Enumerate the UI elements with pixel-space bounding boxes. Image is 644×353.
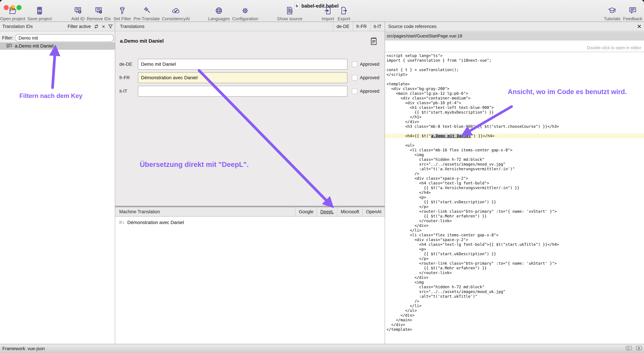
code-line: <h3 class="mb-8 text-blue-900">{{ $t("st… — [386, 124, 644, 129]
babeledit-window: b babel-edit.babel Open projectSave proj… — [0, 0, 644, 353]
code-line: </div> — [386, 119, 644, 124]
code-line: <p> — [386, 195, 644, 200]
globe-icon — [214, 6, 224, 16]
close-panel-icon[interactable]: ✕ — [637, 24, 642, 29]
toolbar-button-add-id[interactable]: Add ID — [71, 6, 85, 22]
status-bar: Framework: vue-json — [0, 344, 644, 353]
machine-translation-splitter[interactable] — [115, 206, 385, 207]
status-bar-icons — [626, 345, 643, 352]
approved-control: Approved — [352, 59, 380, 70]
machine-translation-title: Machine Translation — [119, 209, 160, 214]
toolbar-button-remove-ids[interactable]: Remove IDs — [86, 6, 111, 22]
open-in-editor-hint: Double-click to open in editor — [385, 44, 644, 52]
code-line: <ul> — [386, 143, 644, 148]
rate-app-icon[interactable] — [636, 345, 643, 352]
code-line: const { t } = useTranslation(); — [386, 68, 644, 72]
deepl-annotation-text: Übersetzung direkt mit "DeepL". — [140, 160, 249, 169]
provider-tab-deepl[interactable]: DeepL — [317, 207, 337, 216]
translations-body: a.Demo mit Daniel de-DEApprovedfr-FRAppr… — [115, 32, 385, 206]
notes-icon[interactable] — [370, 37, 378, 46]
toolbar-button-import[interactable]: Import — [322, 6, 334, 22]
mt-shortcut: ⌘1 — [119, 220, 124, 225]
refresh-icon[interactable] — [94, 24, 99, 29]
code-divider — [385, 52, 644, 52]
approved-control: Approved — [352, 86, 380, 97]
code-line: <script setup lang="ts"> — [386, 53, 644, 58]
comment-minus-icon — [94, 6, 104, 16]
approved-checkbox[interactable] — [352, 88, 358, 94]
export-arrow-icon — [339, 6, 349, 16]
left-splitter[interactable] — [115, 22, 115, 344]
translations-panel: Translations de-DEfr-FRit-IT a.Demo mit … — [115, 22, 385, 344]
toolbar-button-open-project[interactable]: Open project — [0, 6, 25, 22]
translation-input-fr-fr[interactable] — [138, 72, 348, 83]
translation-input-it-it[interactable] — [138, 86, 348, 97]
speech-bubble-icon — [628, 6, 638, 16]
code-line: <img — [386, 280, 644, 284]
code-line: </h4> — [386, 190, 644, 195]
right-splitter[interactable] — [385, 22, 385, 344]
toolbar-button-show-source[interactable]: Show source — [277, 6, 302, 22]
filter-active-label: Filter active — [68, 24, 91, 29]
code-line: class="hidden h-72 md:block" — [386, 157, 644, 162]
filter-input[interactable] — [15, 34, 114, 42]
translation-id-item[interactable]: a.Demo mit Daniel — [0, 42, 115, 50]
mt-suggestion-row[interactable]: ⌘1 Démonstration avec Daniel — [115, 219, 385, 226]
approved-checkbox[interactable] — [352, 75, 358, 81]
open-folder-icon — [8, 6, 18, 16]
approved-checkbox[interactable] — [352, 61, 358, 67]
code-line: <h4>{{ $t("a.Demo mit Daniel") }}</h4> — [385, 134, 644, 138]
language-tab-it-it[interactable]: it-IT — [370, 22, 385, 31]
toolbar-button-consistencyai[interactable]: ConsistencyAI — [162, 6, 190, 22]
language-label: it-IT — [120, 86, 136, 97]
toolbar-button-export[interactable]: Export — [338, 6, 350, 22]
provider-tab-google[interactable]: Google — [295, 207, 317, 216]
code-line: src="../../assets/images/mood_uk.jpg" — [386, 289, 644, 294]
provider-tab-microsoft[interactable]: Microsoft — [337, 207, 362, 216]
source-code-view[interactable]: <script setup lang="ts">import { useTran… — [385, 52, 644, 344]
toolbar-button-pre-translate[interactable]: Pre-Translate — [134, 6, 160, 22]
toolbar-button-feedback[interactable]: Feedback — [623, 6, 642, 22]
source-references-title: Source code references — [388, 24, 436, 29]
translation-ids-header: Translation IDs Filter active × — [0, 22, 115, 31]
code-line: {{ $t("a.Mehr erfahren") }} — [386, 266, 644, 270]
mt-suggestion-text: Démonstration avec Daniel — [127, 220, 184, 225]
translation-key-title: a.Demo mit Daniel — [120, 38, 164, 44]
toolbar-button-languages[interactable]: Languages — [208, 6, 230, 22]
toolbar-button-save-project[interactable]: Save project — [28, 6, 52, 22]
code-line: <router-link class="btn-primary" :to="{ … — [386, 261, 644, 266]
code-line: <h1 class="text-left text-blue-900"> — [386, 105, 644, 110]
language-label: de-DE — [120, 59, 136, 70]
toolbar-button-configuration[interactable]: Configuration — [232, 6, 258, 22]
toolbar-button-set-filter[interactable]: Set Filter — [114, 6, 131, 22]
code-line: src="../../assets/images/mood_vv.jpg" — [386, 162, 644, 167]
code-line: <div class="pb-10 pt-4"> — [386, 101, 644, 105]
document-eye-icon — [285, 6, 294, 16]
filter-label: Filter: — [2, 36, 14, 41]
comment-bubble-icon — [6, 43, 12, 49]
code-line: </router-link> — [386, 270, 644, 275]
clear-filter-icon[interactable]: × — [102, 24, 105, 30]
filter-funnel-icon[interactable] — [108, 24, 113, 29]
code-line: </h1> — [386, 115, 644, 119]
translations-title: Translations — [120, 24, 144, 29]
code-line: {{ $t("start.myvbvDescription") }} — [386, 110, 644, 115]
release-notes-icon[interactable] — [626, 345, 632, 352]
toolbar-button-tutorials[interactable]: Tutorials — [604, 6, 620, 22]
source-references-header: Source code references ✕ — [385, 22, 644, 31]
highlighted-translation-key: a.Demo mit Daniel — [431, 134, 471, 138]
framework-label: Framework: vue-json — [2, 346, 45, 351]
save-disk-icon — [35, 6, 44, 16]
language-tab-fr-fr[interactable]: fr-FR — [353, 22, 370, 31]
code-line: </main> — [386, 317, 644, 322]
approved-control: Approved — [352, 72, 380, 83]
language-label: fr-FR — [120, 72, 136, 83]
provider-tab-openai[interactable]: OpenAI — [362, 207, 385, 216]
approved-label: Approved — [360, 75, 380, 80]
source-reference-path: src/pages/start/GuestStartPage.vue:18 — [387, 33, 462, 39]
machine-translation-header: Machine Translation GoogleDeepLMicrosoft… — [115, 207, 385, 217]
code-line: {{ $t("start.ukDescription") }} — [386, 251, 644, 256]
translation-input-de-de[interactable] — [138, 59, 348, 70]
source-reference-row[interactable]: src/pages/start/GuestStartPage.vue:18 — [385, 32, 644, 41]
language-tab-de-de[interactable]: de-DE — [333, 22, 353, 31]
